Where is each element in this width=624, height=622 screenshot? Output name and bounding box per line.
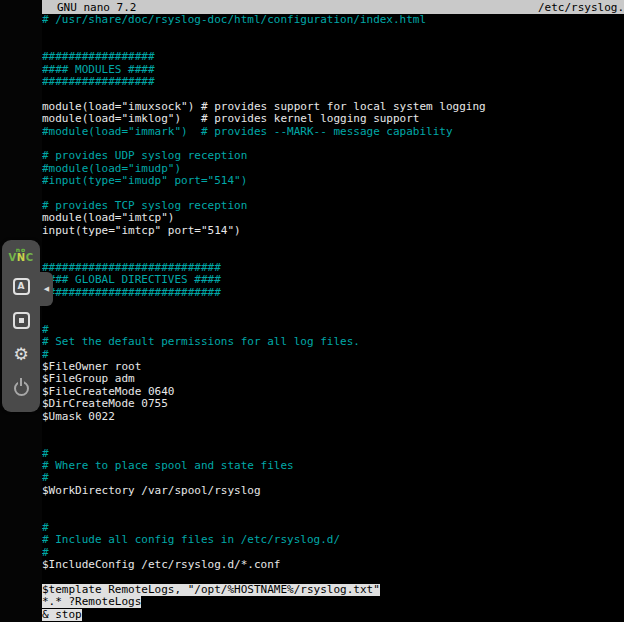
fullscreen-icon bbox=[13, 312, 30, 329]
editor-line: ########################### bbox=[42, 262, 624, 274]
fullscreen-button[interactable] bbox=[7, 306, 35, 334]
novnc-control-bar: no VNC A ⚙ bbox=[2, 240, 40, 412]
editor-line: $Umask 0022 bbox=[42, 411, 624, 423]
clipboard-icon: A bbox=[13, 278, 30, 295]
editor-line: # bbox=[42, 522, 624, 534]
editor-line: # Set the default permissions for all lo… bbox=[42, 336, 624, 348]
editor-line: input(type="imtcp" port="514") bbox=[42, 225, 624, 237]
editor-line bbox=[42, 311, 624, 323]
editor-line bbox=[42, 237, 624, 249]
editor-line: # bbox=[42, 324, 624, 336]
editor-line: #input(type="imudp" port="514") bbox=[42, 175, 624, 187]
clipboard-button[interactable]: A bbox=[7, 272, 35, 300]
novnc-logo: no VNC bbox=[9, 247, 34, 263]
editor-line bbox=[42, 497, 624, 509]
editor-line: & stop bbox=[42, 609, 624, 621]
editor-line: #module(load="immark") # provides --MARK… bbox=[42, 126, 624, 138]
editor-line: module(load="imklog") # provides kernel … bbox=[42, 113, 624, 125]
editor-line: $template RemoteLogs, "/opt/%HOSTNAME%/r… bbox=[42, 584, 624, 596]
desktop: GNU nano 7.2 /etc/rsyslog. # /usr/share/… bbox=[0, 0, 624, 622]
editor-line: #### GLOBAL DIRECTIVES #### bbox=[42, 274, 624, 286]
editor-line: module(load="imtcp") bbox=[42, 212, 624, 224]
editor-line: # /usr/share/doc/rsyslog-doc/html/config… bbox=[42, 14, 624, 26]
editor-line bbox=[42, 187, 624, 199]
fullscreen-icon-dot bbox=[19, 318, 24, 323]
novnc-logo-letter: V bbox=[9, 252, 17, 263]
editor-line: $DirCreateMode 0755 bbox=[42, 398, 624, 410]
collapse-arrow-icon: ◀ bbox=[44, 286, 49, 293]
editor-line: ########################### bbox=[42, 287, 624, 299]
editor-line: $FileCreateMode 0640 bbox=[42, 386, 624, 398]
novnc-logo-letter: N bbox=[17, 252, 26, 263]
editor-line bbox=[42, 423, 624, 435]
editor-lines[interactable]: # /usr/share/doc/rsyslog-doc/html/config… bbox=[42, 14, 624, 622]
power-icon bbox=[14, 381, 29, 396]
editor-line bbox=[42, 88, 624, 100]
editor-line bbox=[42, 510, 624, 522]
editor-line bbox=[42, 138, 624, 150]
editor-line: #### MODULES #### bbox=[42, 64, 624, 76]
editor-line: # Include all config files in /etc/rsysl… bbox=[42, 534, 624, 546]
editor-line: # Where to place spool and state files bbox=[42, 460, 624, 472]
editor-line bbox=[42, 249, 624, 261]
editor-line bbox=[42, 299, 624, 311]
nano-filename-label: /etc/rsyslog. bbox=[538, 1, 624, 14]
editor-line bbox=[42, 26, 624, 38]
editor-line: # bbox=[42, 547, 624, 559]
editor-line: # bbox=[42, 472, 624, 484]
editor-line: # provides UDP syslog reception bbox=[42, 150, 624, 162]
gear-icon: ⚙ bbox=[13, 346, 28, 363]
editor-line: $FileOwner root bbox=[42, 361, 624, 373]
nano-titlebar: GNU nano 7.2 /etc/rsyslog. bbox=[42, 0, 624, 14]
power-button[interactable] bbox=[7, 374, 35, 402]
editor-line: $FileGroup adm bbox=[42, 373, 624, 385]
novnc-logo-letter: C bbox=[26, 252, 34, 263]
clipboard-icon-letter: A bbox=[18, 281, 25, 291]
control-bar-handle[interactable]: ◀ bbox=[40, 272, 53, 306]
editor-line: # bbox=[42, 349, 624, 361]
editor-line: *.* ?RemoteLogs bbox=[42, 596, 624, 608]
editor-line: $WorkDirectory /var/spool/rsyslog bbox=[42, 485, 624, 497]
editor-line: #module(load="imudp") bbox=[42, 163, 624, 175]
editor-line bbox=[42, 572, 624, 584]
nano-version-label: GNU nano 7.2 bbox=[57, 1, 136, 14]
editor-line: # bbox=[42, 448, 624, 460]
settings-button[interactable]: ⚙ bbox=[7, 340, 35, 368]
editor-line: ################# bbox=[42, 51, 624, 63]
editor-line: ################# bbox=[42, 76, 624, 88]
editor-line: $IncludeConfig /etc/rsyslog.d/*.conf bbox=[42, 559, 624, 571]
editor-line bbox=[42, 39, 624, 51]
editor-line: # provides TCP syslog reception bbox=[42, 200, 624, 212]
editor-line bbox=[42, 435, 624, 447]
terminal-window: GNU nano 7.2 /etc/rsyslog. # /usr/share/… bbox=[42, 0, 624, 622]
editor-line: module(load="imuxsock") # provides suppo… bbox=[42, 101, 624, 113]
novnc-logo-text: VNC bbox=[9, 253, 34, 263]
